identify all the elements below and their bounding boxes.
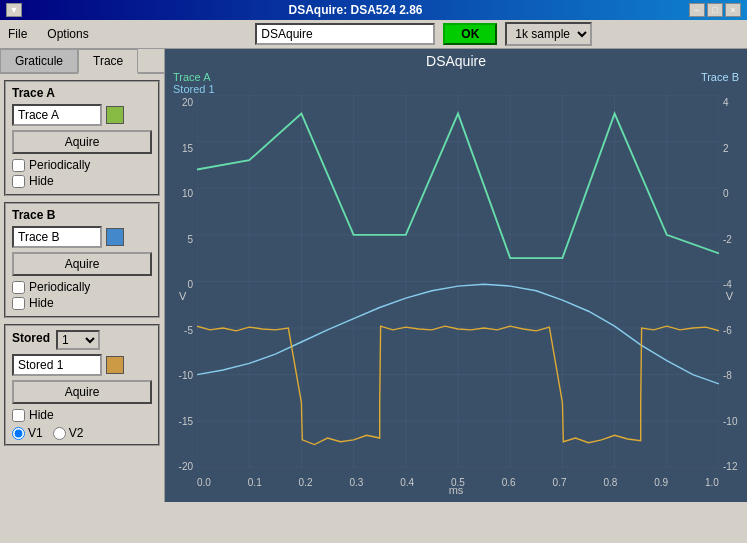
stored-v2-label[interactable]: V2 <box>53 426 84 440</box>
maximize-button[interactable]: □ <box>707 3 723 17</box>
window-controls-right[interactable]: − □ × <box>689 3 741 17</box>
trace-b-periodically-checkbox[interactable] <box>12 281 25 294</box>
x-axis-unit-label: ms <box>449 484 464 496</box>
trace-b-color[interactable] <box>106 228 124 246</box>
stored-select[interactable]: 1 2 3 4 <box>56 330 100 350</box>
trace-b-input[interactable] <box>12 226 102 248</box>
tab-graticule[interactable]: Graticule <box>0 49 78 72</box>
stored-hide-checkbox[interactable] <box>12 409 25 422</box>
file-menu[interactable]: File <box>4 25 31 43</box>
stored-v2-radio[interactable] <box>53 427 66 440</box>
chart-labels-top: Trace A Stored 1 Trace B <box>165 71 747 95</box>
trace-b-periodically-row: Periodically <box>12 280 152 294</box>
tab-trace[interactable]: Trace <box>78 49 138 74</box>
trace-b-hide-label: Hide <box>29 296 54 310</box>
trace-b-title: Trace B <box>12 208 152 222</box>
left-panel: Graticule Trace Trace A Aquire Periodica… <box>0 49 165 502</box>
chart-trace-a-label: Trace A Stored 1 <box>173 71 215 95</box>
tab-bar: Graticule Trace <box>0 49 164 74</box>
menu-button[interactable]: ▼ <box>6 3 22 17</box>
chart-trace-b-label: Trace B <box>701 71 739 95</box>
trace-a-aquire-button[interactable]: Aquire <box>12 130 152 154</box>
toolbar-input[interactable] <box>255 23 435 45</box>
ok-button[interactable]: OK <box>443 23 497 45</box>
trace-a-section: Trace A Aquire Periodically Hide <box>4 80 160 196</box>
trace-a-hide-checkbox[interactable] <box>12 175 25 188</box>
title-bar: ▼ DSAquire: DSA524 2.86 − □ × <box>0 0 747 20</box>
trace-b-periodically-label: Periodically <box>29 280 90 294</box>
trace-b-section: Trace B Aquire Periodically Hide <box>4 202 160 318</box>
stored-aquire-button[interactable]: Aquire <box>12 380 152 404</box>
trace-a-hide-row: Hide <box>12 174 152 188</box>
window-title: DSAquire: DSA524 2.86 <box>22 3 689 17</box>
close-button[interactable]: × <box>725 3 741 17</box>
y-axis-left: 20 15 10 5 0 -5 -10 -15 -20 <box>165 95 197 474</box>
stored-v1-radio[interactable] <box>12 427 25 440</box>
stored-radio-row: V1 V2 <box>12 426 152 440</box>
trace-a-hide-label: Hide <box>29 174 54 188</box>
y-label-left: V <box>179 290 186 302</box>
main-content: Graticule Trace Trace A Aquire Periodica… <box>0 49 747 502</box>
trace-a-periodically-checkbox[interactable] <box>12 159 25 172</box>
minimize-button[interactable]: − <box>689 3 705 17</box>
chart-title: DSAquire <box>165 49 747 71</box>
trace-b-aquire-button[interactable]: Aquire <box>12 252 152 276</box>
trace-a-color[interactable] <box>106 106 124 124</box>
stored-title-row: Stored 1 2 3 4 <box>12 330 152 350</box>
y-label-right: V <box>726 290 733 302</box>
stored-color[interactable] <box>106 356 124 374</box>
stored-section: Stored 1 2 3 4 Aquire Hide V1 <box>4 324 160 446</box>
trace-b-input-row <box>12 226 152 248</box>
trace-a-periodically-row: Periodically <box>12 158 152 172</box>
trace-b-hide-checkbox[interactable] <box>12 297 25 310</box>
menu-bar: File Options OK 1k sample <box>0 20 747 49</box>
chart-svg <box>197 95 719 468</box>
trace-a-input-row <box>12 104 152 126</box>
stored-input-row <box>12 354 152 376</box>
stored-v1-label[interactable]: V1 <box>12 426 43 440</box>
y-axis-right: 4 2 0 -2 -4 -6 -8 -10 -12 <box>719 95 747 474</box>
sample-select[interactable]: 1k sample <box>505 22 592 46</box>
trace-a-title: Trace A <box>12 86 152 100</box>
trace-a-input[interactable] <box>12 104 102 126</box>
stored-hide-label: Hide <box>29 408 54 422</box>
options-menu[interactable]: Options <box>43 25 92 43</box>
trace-b-hide-row: Hide <box>12 296 152 310</box>
stored-hide-row: Hide <box>12 408 152 422</box>
stored-label: Stored <box>12 331 50 345</box>
chart-area: DSAquire Trace A Stored 1 Trace B 20 15 … <box>165 49 747 502</box>
stored-input[interactable] <box>12 354 102 376</box>
window-controls-left[interactable]: ▼ <box>6 3 22 17</box>
trace-a-periodically-label: Periodically <box>29 158 90 172</box>
